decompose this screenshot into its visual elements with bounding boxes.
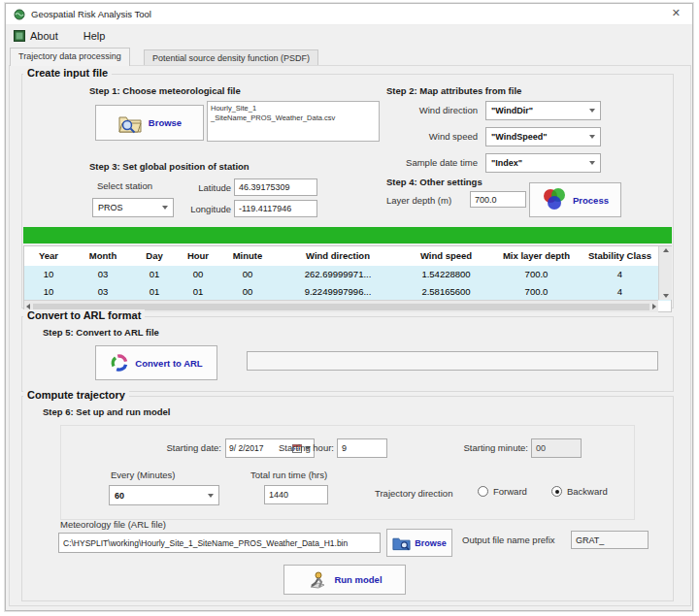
starting-hour-field[interactable]: 9 — [337, 438, 387, 458]
output-prefix-label: Output file name prefix — [462, 535, 555, 545]
table-row[interactable]: 10 03 01 00 00 262.69999971... 1.5422880… — [24, 266, 671, 283]
process-progress-bar — [23, 227, 672, 243]
wind-direction-label: Wind direction — [351, 101, 478, 120]
starting-minute-label: Starting minute: — [433, 438, 528, 458]
arl-browse-button[interactable]: Browse — [386, 529, 452, 557]
output-prefix-field[interactable]: GRAT_ — [571, 531, 649, 549]
step3-title: Step 3: Set global position of station — [89, 161, 250, 172]
col-hour: Hour — [176, 246, 220, 266]
met-file-label: Meteorology file (ARL file) — [60, 519, 166, 530]
chevron-down-icon — [208, 494, 214, 498]
wind-speed-value: "WindSpeed" — [491, 132, 589, 142]
wind-direction-value: "WindDir" — [491, 106, 589, 115]
chevron-down-icon — [589, 109, 595, 113]
step5-title: Step 5: Convert to ARL file — [43, 327, 159, 338]
app-window: Geospatial Risk Analysis Tool ✕ About He… — [5, 3, 693, 611]
scroll-right-icon[interactable] — [652, 304, 656, 309]
wind-speed-select[interactable]: "WindSpeed" — [485, 127, 601, 146]
layer-depth-label: Layer depth (m) — [386, 193, 451, 209]
col-minute: Minute — [220, 246, 275, 266]
longitude-field[interactable]: -119.4117946 — [234, 200, 317, 217]
tab-strip: Trajectory data processing Potential sou… — [6, 47, 692, 65]
col-wind-direction: Wind direction — [275, 246, 401, 266]
step2-title: Step 2: Map attributes from file — [386, 85, 521, 96]
menu-bar: About Help — [6, 25, 692, 47]
sample-date-time-label: Sample date time — [351, 153, 478, 173]
table-row[interactable]: 10 03 01 01 00 9.2249997996... 2.5816560… — [24, 283, 671, 301]
step1-browse-button[interactable]: Browse — [95, 105, 204, 141]
table-vertical-scrollbar[interactable] — [658, 246, 672, 300]
longitude-label: Longitude — [179, 201, 231, 218]
starting-minute-field[interactable]: 00 — [531, 438, 582, 458]
menu-help[interactable]: Help — [83, 30, 106, 42]
forward-radio[interactable]: Forward — [478, 486, 527, 497]
col-stability-class: Stability Class — [582, 246, 658, 266]
chevron-down-icon — [162, 206, 168, 210]
convert-heading: Convert to ARL format — [23, 309, 145, 321]
convert-to-arl-button[interactable]: Convert to ARL — [95, 345, 217, 380]
layer-depth-field[interactable]: 700.0 — [470, 191, 526, 208]
radio-unchecked-icon[interactable] — [478, 486, 488, 497]
tab-trajectory-data-processing[interactable]: Trajectory data processing — [10, 48, 130, 66]
station-select[interactable]: PROS — [92, 198, 174, 217]
scroll-up-icon[interactable] — [663, 248, 669, 252]
process-button[interactable]: Process — [529, 182, 621, 217]
chevron-down-icon — [589, 161, 595, 165]
close-button[interactable]: ✕ — [672, 7, 681, 19]
starting-date-label: Starting date: — [122, 438, 221, 458]
step1-title: Step 1: Choose meteorological file — [89, 85, 241, 96]
process-button-label: Process — [573, 195, 609, 206]
create-input-heading: Create input file — [23, 67, 112, 79]
radio-checked-icon[interactable] — [551, 486, 562, 497]
met-file-field[interactable]: C:\HYSPLIT\working\Hourly_Site_1_SiteNam… — [58, 533, 381, 553]
convert-button-label: Convert to ARL — [135, 358, 202, 369]
col-day: Day — [133, 246, 176, 266]
trajectory-direction-label: Trajectory direction — [375, 488, 452, 499]
latitude-field[interactable]: 46.39175309 — [234, 178, 317, 196]
latitude-label: Latitude — [181, 179, 231, 197]
every-minutes-value: 60 — [115, 491, 208, 501]
scroll-down-icon[interactable] — [663, 294, 669, 298]
col-year: Year — [24, 246, 73, 266]
folder-search-icon — [117, 113, 143, 134]
about-icon — [14, 30, 25, 42]
run-model-label: Run model — [334, 574, 382, 585]
app-icon — [14, 9, 25, 20]
wind-speed-label: Wind speed — [351, 127, 478, 146]
step4-title: Step 4: Other settings — [386, 177, 483, 187]
col-mix-layer-depth: Mix layer depth — [491, 246, 582, 266]
browse-button-label: Browse — [149, 117, 182, 128]
arl-browse-label: Browse — [415, 538, 447, 548]
tab-psdf[interactable]: Potential source density function (PSDF) — [144, 49, 318, 66]
total-run-time-field[interactable]: 1440 — [264, 485, 328, 504]
total-run-time-label: Total run time (hrs) — [250, 470, 327, 480]
runner-icon — [307, 569, 328, 591]
sample-date-time-select[interactable]: "Index" — [485, 153, 601, 173]
every-minutes-label: Every (Minutes) — [111, 470, 176, 480]
station-value: PROS — [98, 203, 162, 212]
every-minutes-select[interactable]: 60 — [109, 485, 219, 505]
forward-radio-label: Forward — [493, 486, 527, 497]
chevron-down-icon — [589, 135, 595, 139]
title-bar: Geospatial Risk Analysis Tool ✕ — [6, 4, 692, 25]
table-header-row[interactable]: Year Month Day Hour Minute Wind directio… — [24, 246, 671, 266]
color-cycle-icon — [110, 353, 129, 373]
backward-radio[interactable]: Backward — [551, 486, 608, 497]
blue-folder-search-icon — [392, 535, 411, 551]
window-title: Geospatial Risk Analysis Tool — [31, 9, 151, 19]
backward-radio-label: Backward — [567, 486, 608, 497]
step6-title: Step 6: Set up and run model — [43, 406, 170, 417]
weather-data-table: Year Month Day Hour Minute Wind directio… — [23, 245, 672, 312]
trajectory-heading: Compute trajectory — [23, 389, 129, 401]
col-wind-speed: Wind speed — [401, 246, 491, 266]
select-station-label: Select station — [97, 180, 152, 191]
wind-direction-select[interactable]: "WindDir" — [485, 101, 601, 120]
rgb-circles-icon — [542, 187, 567, 212]
run-model-button[interactable]: Run model — [283, 565, 406, 595]
starting-hour-label: Starting hour: — [249, 438, 334, 458]
convert-progress-bar — [247, 351, 658, 371]
col-month: Month — [73, 246, 133, 266]
menu-about[interactable]: About — [30, 30, 58, 42]
sample-date-time-value: "Index" — [491, 158, 589, 168]
